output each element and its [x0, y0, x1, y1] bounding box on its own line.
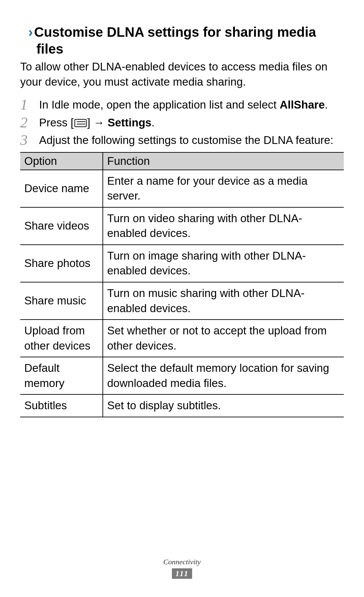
step-text: Press [ [39, 116, 74, 129]
cell-function: Turn on image sharing with other DLNA-en… [103, 245, 344, 282]
cell-option: Default memory [20, 357, 103, 394]
cell-function: Turn on video sharing with other DLNA-en… [103, 207, 344, 245]
step-item: 3 Adjust the following settings to custo… [20, 133, 344, 148]
step-text: Adjust the following settings to customi… [39, 134, 333, 146]
step-item: 1 In Idle mode, open the application lis… [20, 97, 344, 113]
cell-option: Subtitles [20, 394, 103, 417]
intro-paragraph: To allow other DLNA-enabled devices to a… [20, 59, 344, 89]
step-post: . [325, 98, 328, 111]
step-text: In Idle mode, open the application list … [39, 98, 280, 111]
cell-function: Set to display subtitles. [103, 394, 344, 417]
steps-list: 1 In Idle mode, open the application lis… [20, 97, 344, 148]
cell-option: Share photos [20, 245, 103, 282]
table-row: Upload from other devices Set whether or… [20, 320, 344, 357]
footer-section-name: Connectivity [0, 558, 364, 566]
table-header-row: Option Function [20, 152, 344, 170]
step-bold: AllShare [280, 98, 325, 111]
page-number: 111 [172, 568, 192, 579]
cell-function: Select the default memory location for s… [103, 357, 344, 394]
cell-function: Set whether or not to accept the upload … [103, 320, 344, 357]
step-post: . [151, 116, 154, 129]
table-row: Device name Enter a name for your device… [20, 170, 344, 207]
step-number: 3 [20, 130, 35, 150]
table-row: Default memory Select the default memory… [20, 357, 344, 394]
header-function: Function [103, 152, 344, 170]
step-number: 2 [20, 113, 35, 132]
settings-table: Option Function Device name Enter a name… [20, 152, 344, 417]
cell-option: Upload from other devices [20, 320, 103, 357]
step-number: 1 [20, 95, 35, 115]
heading-text: Customise DLNA settings for sharing medi… [34, 25, 316, 56]
table-row: Share videos Turn on video sharing with … [20, 207, 344, 245]
cell-function: Turn on music sharing with other DLNA-en… [103, 282, 344, 320]
table-row: Subtitles Set to display subtitles. [20, 394, 344, 417]
section-heading: ›Customise DLNA settings for sharing med… [20, 24, 344, 57]
table-row: Share photos Turn on image sharing with … [20, 245, 344, 282]
menu-key-icon [74, 119, 87, 127]
step-bold: Settings [108, 116, 151, 129]
table-row: Share music Turn on music sharing with o… [20, 282, 344, 320]
cell-option: Share videos [20, 207, 103, 245]
cell-option: Device name [20, 170, 103, 207]
step-mid: ] → [87, 116, 108, 129]
chevron-icon: › [28, 25, 34, 39]
cell-option: Share music [20, 282, 103, 320]
step-item: 2 Press [] → Settings. [20, 115, 344, 130]
header-option: Option [20, 152, 103, 170]
document-page: ›Customise DLNA settings for sharing med… [0, 0, 364, 417]
cell-function: Enter a name for your device as a media … [103, 170, 344, 207]
page-footer: Connectivity 111 [0, 558, 364, 579]
